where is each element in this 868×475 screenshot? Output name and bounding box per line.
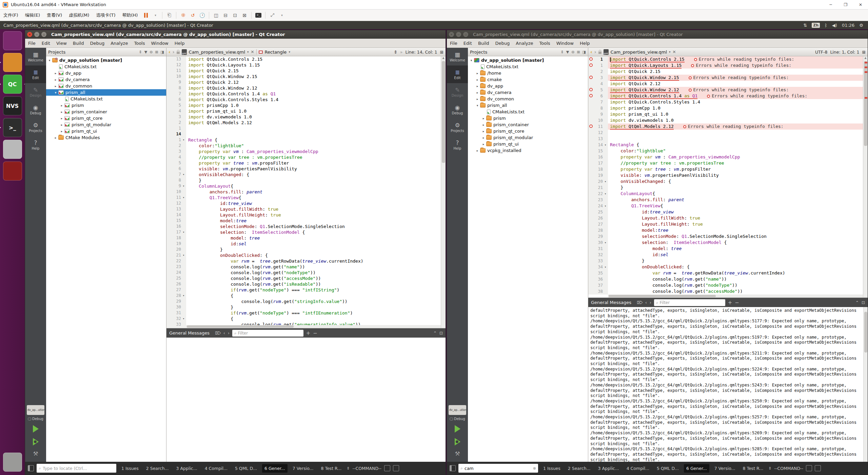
- bluetooth-icon[interactable]: ᛒ: [825, 23, 827, 28]
- tree-item[interactable]: ▸prism_qt_ui: [468, 141, 588, 147]
- launcher-terminal[interactable]: >_: [3, 118, 22, 137]
- vmware-menu-item[interactable]: 编辑(E): [22, 10, 43, 21]
- forward-icon[interactable]: ›: [594, 49, 596, 55]
- kit-selector[interactable]: dv_ap...ution: [27, 405, 44, 415]
- code-line[interactable]: 37 console.log(rvm.get("nodeType")): [588, 282, 863, 288]
- tree-item[interactable]: ▸prism_qt_modular: [468, 134, 588, 141]
- show-library-icon[interactable]: ◫: [212, 12, 220, 19]
- prev-item-icon[interactable]: ‹: [223, 331, 225, 336]
- tree-item[interactable]: ▸dv_camera: [468, 89, 588, 96]
- pause-vm-icon[interactable]: [142, 12, 150, 19]
- mode-edit[interactable]: ≣Edit: [25, 65, 46, 83]
- tree-item[interactable]: CMakeLists.txt: [46, 63, 166, 70]
- tree-item[interactable]: ▸prism: [468, 115, 588, 121]
- code-line[interactable]: 18 property var tree : vm.propsFilter: [588, 166, 863, 172]
- code-line[interactable]: 16 property var vm : Cam_properties_view…: [588, 154, 863, 160]
- launcher-dash-home[interactable]: [3, 31, 22, 50]
- code-line[interactable]: 13import QtQuick.Controls 2.15: [166, 56, 441, 62]
- general-messages-output[interactable]: [166, 338, 446, 462]
- editor-vertical-scrollbar[interactable]: ▲: [441, 56, 446, 328]
- menu-help[interactable]: Help: [577, 39, 593, 48]
- code-line[interactable]: 12: [588, 130, 863, 136]
- build-button[interactable]: ⚒: [33, 450, 38, 457]
- file-combo-chevron-icon[interactable]: ▾: [669, 50, 671, 54]
- tree-item[interactable]: ▸dv_common: [468, 96, 588, 102]
- code-line[interactable]: 21▾ onDoubleClicked: {: [166, 252, 441, 258]
- code-line[interactable]: 13 Layout.fillWidth: true: [166, 206, 441, 212]
- ctrl-alt-del-icon[interactable]: ⎗: [165, 12, 173, 19]
- launcher-media-player[interactable]: [3, 162, 22, 180]
- code-line[interactable]: 8import prismCpp 1.0: [588, 105, 863, 111]
- code-line[interactable]: 12import QtQuick.Layouts 1.15: [166, 62, 441, 68]
- vmware-menu-item[interactable]: 查看(V): [43, 10, 65, 21]
- tree-item[interactable]: ▾dv_app_solution [master]: [468, 57, 588, 63]
- scrollbar-handle[interactable]: [442, 61, 445, 163]
- menu-tools[interactable]: Tools: [536, 39, 553, 48]
- menu-window[interactable]: Window: [553, 39, 577, 48]
- tree-item[interactable]: ▸prism_qt_core: [468, 128, 588, 134]
- code-line[interactable]: 4import prism_qt_ui 1.0: [166, 108, 441, 114]
- code-line[interactable]: 2import QtQuick 2.15: [588, 69, 863, 75]
- code-lines[interactable]: 1import QtQuick.Controls 2.15Errors whil…: [588, 56, 863, 298]
- code-line[interactable]: 10import dv.viewmodels 1.0: [588, 117, 863, 124]
- next-item-icon[interactable]: ›: [228, 331, 230, 336]
- run-button[interactable]: [455, 425, 460, 433]
- zoom-out-icon[interactable]: −: [313, 330, 317, 336]
- code-line[interactable]: 1import QtQuick.Layouts 1.15Errors while…: [588, 62, 863, 69]
- tree-item[interactable]: ▸prism_container: [46, 109, 166, 115]
- code-line[interactable]: 8import QtQuick.Window 2.12: [166, 85, 441, 91]
- code-line[interactable]: 28▾ {: [166, 293, 441, 299]
- code-line[interactable]: 36 console.log(rvm.get("name")): [588, 276, 863, 282]
- output-pane-button[interactable]: 4 Compil...: [202, 464, 230, 473]
- mode-welcome[interactable]: ▦Welcome: [25, 48, 46, 65]
- code-line[interactable]: 16 selectionMode: Q1.SelectionMode.Singl…: [166, 224, 441, 229]
- open-file-combo[interactable]: Cam_properties_view.qml: [189, 50, 245, 55]
- progress-icon[interactable]: [384, 465, 390, 471]
- scrollbar-handle[interactable]: [864, 61, 867, 146]
- code-line[interactable]: 1▾Rectangle {: [166, 137, 441, 143]
- build-button[interactable]: ⚒: [455, 450, 460, 457]
- output-pane-button[interactable]: 5 QML D...: [233, 464, 259, 473]
- output-pane-button[interactable]: 2 Search...: [144, 464, 171, 473]
- code-line[interactable]: 10import QtQuick.Window 2.15: [166, 74, 441, 79]
- detach-panel-icon[interactable]: ⊡: [862, 300, 865, 305]
- code-line[interactable]: 23 anchors.fill: parent: [588, 197, 863, 203]
- clear-locator-icon[interactable]: ⊗: [533, 466, 536, 471]
- locator-input[interactable]: ⌕cam⊗: [458, 464, 538, 473]
- code-line[interactable]: 24▾ Q1.TreeView{: [588, 203, 863, 209]
- toggle-output-icon[interactable]: [393, 465, 399, 471]
- menu-view[interactable]: View: [53, 39, 70, 48]
- code-line[interactable]: 4 //property var tree : vm.propertiesTre…: [166, 154, 441, 160]
- menu-analyze[interactable]: Analyze: [513, 39, 536, 48]
- maximize-window-icon[interactable]: ▫: [463, 32, 468, 37]
- tree-item[interactable]: CMakeLists.txt: [46, 96, 166, 102]
- minimize-window-icon[interactable]: −: [34, 32, 39, 37]
- menu-tools[interactable]: Tools: [131, 39, 148, 48]
- forward-icon[interactable]: ›: [173, 49, 175, 55]
- code-line[interactable]: 11▾ Q1.TreeView{: [166, 195, 441, 201]
- code-line[interactable]: 13: [588, 136, 863, 142]
- split-editor-icon[interactable]: ⊞: [440, 50, 443, 55]
- code-line[interactable]: 31 model: tree: [588, 246, 863, 252]
- menu-build[interactable]: Build: [70, 39, 87, 48]
- stretch-guest-icon[interactable]: ⤢: [268, 12, 276, 19]
- code-line[interactable]: 24 console.log(rvm.get("nodeType")): [166, 270, 441, 276]
- menu-file[interactable]: File: [447, 39, 460, 48]
- snapshot-manager-icon[interactable]: 🕑: [198, 12, 206, 19]
- output-pane-button[interactable]: 8 Test R...: [740, 464, 766, 473]
- tree-item[interactable]: ▸prism_qt_modular: [46, 121, 166, 128]
- mode-debug[interactable]: ◉Debug: [25, 101, 46, 118]
- code-line[interactable]: 34▾ onDoubleClicked: {: [588, 264, 863, 270]
- code-line[interactable]: 28 model:tree: [588, 227, 863, 233]
- code-line[interactable]: 30▾ selection: ItemSelectionModel {: [588, 240, 863, 246]
- code-line[interactable]: 14▾Rectangle {: [588, 142, 863, 148]
- code-line[interactable]: 1import QtQuick.Controls 2.15Errors whil…: [588, 56, 863, 62]
- output-pane-arrows-icon[interactable]: ⇕: [768, 466, 771, 471]
- code-line[interactable]: 7import QtQuick.Controls 1.4 as Q1: [166, 91, 441, 97]
- tree-item[interactable]: ▾prism_all: [468, 102, 588, 109]
- tree-item[interactable]: ▾prism_all: [46, 89, 166, 96]
- stretch-dropdown-icon[interactable]: ▾: [278, 12, 286, 19]
- zoom-in-icon[interactable]: +: [728, 300, 732, 306]
- kit-config-label[interactable]: 🖵 Debug: [28, 417, 43, 421]
- code-line[interactable]: 21 }: [588, 185, 863, 191]
